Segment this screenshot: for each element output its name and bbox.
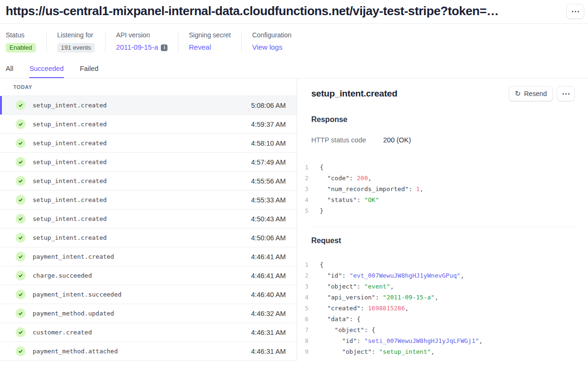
request-code-block: 1{2 "id": "evt_007WewuJW8hgHJ1yWnevGPuq"… (305, 259, 575, 357)
list-item[interactable]: charge.succeeded4:46:41 AM (0, 266, 297, 285)
response-code-block: 1{2 "code": 200,3 "num_records_imported"… (305, 162, 575, 216)
code-line: 3 "object": "event", (305, 281, 575, 292)
tab-failed[interactable]: Failed (80, 65, 99, 78)
code-line: 6 "data": { (305, 314, 575, 324)
checkmark-icon (16, 233, 26, 243)
page-header: https://us-central1-mixpanel-internal-da… (0, 0, 588, 24)
ellipsis-icon (562, 93, 564, 95)
line-number: 2 (305, 175, 308, 182)
detail-header: setup_intent.created ↻ Resend (311, 86, 575, 101)
list-item[interactable]: payment_method.updated4:46:32 AM (0, 304, 297, 323)
checkmark-icon (16, 271, 26, 280)
code-line: 9 "object": "setup_intent", (305, 346, 575, 357)
selected-accent-bar (0, 172, 2, 190)
list-item[interactable]: setup_intent.created4:50:43 AM (0, 210, 297, 228)
api-version-link[interactable]: 2011-09-15-a (116, 43, 158, 51)
list-item[interactable]: payment_method.attached4:46:31 AM (0, 342, 297, 361)
checkmark-icon (16, 214, 26, 224)
selected-accent-bar (0, 304, 2, 323)
line-number: 6 (305, 315, 308, 323)
line-number: 3 (305, 283, 308, 290)
selected-accent-bar (0, 153, 2, 171)
ellipsis-icon (578, 11, 579, 12)
line-number: 1 (305, 261, 308, 268)
refresh-icon: ↻ (515, 90, 521, 97)
event-name: setup_intent.created (33, 158, 107, 166)
code-line: 4 "api_version": "2011-09-15-a", (305, 292, 575, 303)
selected-accent-bar (0, 342, 2, 360)
listening-for-badge: 191 events (57, 43, 95, 53)
selected-accent-bar (0, 266, 2, 285)
code-text: "num_records_imported": 1, (320, 185, 423, 193)
configuration-link[interactable]: View logs (252, 43, 282, 51)
meta-label-configuration: Configuration (252, 31, 291, 39)
line-number: 1 (305, 164, 308, 171)
meta-col-listening-for: Listening for191 events (46, 31, 105, 53)
event-name: setup_intent.created (33, 215, 107, 222)
code-text: { (320, 261, 324, 268)
signing-secret-link[interactable]: Reveal (189, 43, 211, 51)
meta-label-listening-for: Listening for (57, 31, 95, 39)
line-number: 8 (305, 337, 308, 344)
info-icon[interactable]: i (161, 44, 167, 51)
list-item[interactable]: setup_intent.created4:58:10 AM (0, 134, 297, 153)
event-time: 4:55:56 AM (251, 177, 286, 185)
code-text: "status": "OK" (320, 196, 379, 203)
event-time: 4:46:41 AM (251, 253, 286, 261)
section-divider (311, 227, 575, 227)
meta-label-api-version: API version (116, 31, 167, 39)
event-rows: setup_intent.created5:08:06 AMsetup_inte… (0, 96, 297, 361)
event-time: 4:50:43 AM (251, 215, 286, 223)
selected-accent-bar (0, 134, 2, 152)
list-item[interactable]: customer.created4:46:31 AM (0, 323, 297, 342)
list-item[interactable]: payment_intent.created4:46:41 AM (0, 247, 297, 266)
meta-col-configuration: ConfigurationView logs (241, 31, 302, 53)
status-badge: Enabled (6, 43, 36, 53)
event-time: 4:46:40 AM (251, 291, 286, 298)
line-number: 5 (305, 207, 308, 214)
code-text: "api_version": "2011-09-15-a", (320, 294, 438, 301)
code-line: 5} (305, 205, 575, 216)
list-item[interactable]: setup_intent.created4:55:33 AM (0, 191, 297, 210)
endpoint-meta-row: StatusEnabledListening for191 eventsAPI … (0, 24, 588, 53)
code-text: "id": "seti_007WewuJW8hgHJ1yJqLFWGj1", (320, 337, 483, 344)
selected-accent-bar (0, 285, 2, 304)
code-text: { (320, 164, 324, 171)
event-time: 4:46:31 AM (251, 329, 286, 336)
code-line: 7 "object": { (305, 324, 575, 335)
list-item[interactable]: payment_intent.succeeded4:46:40 AM (0, 285, 297, 304)
code-line: 8 "id": "seti_007WewuJW8hgHJ1yJqLFWGj1", (305, 335, 575, 346)
list-item[interactable]: setup_intent.created4:50:06 AM (0, 228, 297, 247)
meta-col-status: StatusEnabled (6, 31, 46, 53)
event-name: setup_intent.created (33, 121, 107, 128)
event-name: payment_method.attached (33, 348, 118, 355)
meta-col-api-version: API version2011-09-15-ai (105, 31, 178, 53)
checkmark-icon (16, 157, 26, 167)
checkmark-icon (16, 346, 26, 356)
list-item[interactable]: setup_intent.created4:59:37 AM (0, 115, 297, 134)
line-number: 2 (305, 272, 308, 279)
code-line: 2 "code": 200, (305, 173, 575, 184)
list-item[interactable]: setup_intent.created5:08:06 AM (0, 96, 297, 115)
line-number: 9 (305, 348, 308, 355)
code-line: 1{ (305, 162, 575, 173)
line-number: 4 (305, 196, 308, 203)
event-time: 4:58:10 AM (251, 140, 286, 147)
code-line: 5 "created": 1698815286, (305, 303, 575, 314)
resend-button-label: Resend (524, 90, 547, 97)
response-heading: Response (311, 115, 575, 124)
tab-all[interactable]: All (6, 65, 13, 78)
more-options-button[interactable] (566, 4, 584, 19)
selected-accent-bar (0, 210, 2, 228)
code-text: "object": "setup_intent", (320, 348, 435, 355)
resend-button[interactable]: ↻ Resend (509, 86, 553, 101)
event-name: customer.created (33, 329, 92, 336)
list-item[interactable]: setup_intent.created4:55:56 AM (0, 172, 297, 191)
event-time: 4:50:06 AM (251, 234, 286, 242)
selected-accent-bar (0, 96, 2, 114)
tab-succeeded[interactable]: Succeeded (29, 65, 64, 78)
checkmark-icon (16, 327, 26, 337)
list-item[interactable]: setup_intent.created4:57:49 AM (0, 153, 297, 172)
event-name: setup_intent.created (33, 177, 107, 184)
detail-more-button[interactable] (557, 86, 575, 101)
